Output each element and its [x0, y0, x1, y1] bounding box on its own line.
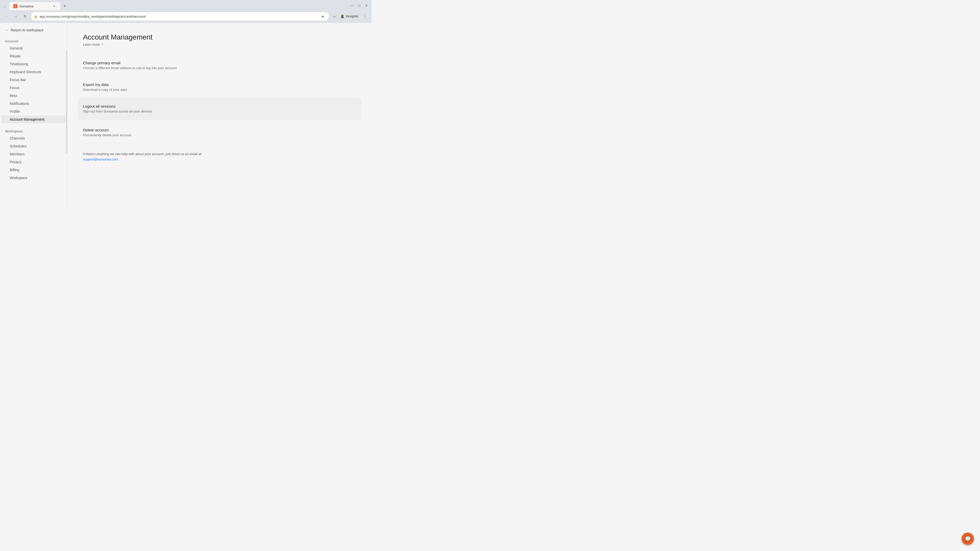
sidebar-item-beta[interactable]: Beta — [2, 92, 66, 100]
sidebar-item-focus-bar[interactable]: Focus Bar — [2, 76, 66, 84]
export-data-desc: Download a copy of your data — [83, 88, 356, 92]
logout-sessions-title: Logout all sessions — [83, 104, 356, 108]
export-data-title: Export my data — [83, 83, 356, 87]
reload-button[interactable]: ↻ — [21, 13, 29, 20]
sidebar-scrollbar — [66, 51, 67, 153]
browser-chrome: ⌄ S Sunsama ✕ + — ◻ ✕ ← → ↻ 🔒 app.sunsam… — [0, 0, 372, 23]
account-section-label: Account — [0, 37, 67, 44]
change-email-desc: Choose a different email address to use … — [83, 66, 356, 70]
help-text: If there's anything we can help with abo… — [83, 151, 356, 162]
sidebar-item-timeboxing[interactable]: Timeboxing — [2, 60, 66, 68]
export-data-row: Export my data Download a copy of your d… — [83, 76, 356, 98]
return-label: Return to workspace — [11, 28, 43, 32]
sidebar-item-profile[interactable]: Profile — [2, 108, 66, 115]
incognito-icon: 🥷 — [340, 14, 344, 18]
restore-button[interactable]: ◻ — [356, 3, 363, 9]
sidebar: ← Return to workspace Account General Ri… — [0, 23, 68, 208]
learn-more-link[interactable]: Learn more ↗︎ — [83, 43, 103, 46]
support-email-link[interactable]: support@sunsama.com — [83, 157, 118, 161]
active-tab[interactable]: S Sunsama ✕ — [9, 2, 60, 10]
page-content: ← Return to workspace Account General Ri… — [0, 23, 372, 208]
sidebar-item-members[interactable]: Members — [2, 150, 66, 158]
sidebar-item-account-management[interactable]: Account Management — [2, 116, 66, 123]
help-text-prefix: If there's anything we can help with abo… — [83, 152, 201, 156]
external-link-icon: ↗︎ — [101, 43, 103, 46]
tab-bar: ⌄ S Sunsama ✕ + — ◻ ✕ — [0, 0, 372, 10]
tab-close-button[interactable]: ✕ — [52, 4, 56, 8]
change-email-title: Change primary email — [83, 61, 356, 65]
incognito-indicator: 🥷 Incognito — [339, 14, 360, 18]
browser-more-button[interactable]: ⋮ — [361, 13, 369, 20]
sidebar-item-keyboard-shortcuts[interactable]: Keyboard Shortcuts — [2, 68, 66, 76]
url-text: app.sunsama.com/group/moodjoy_workspace/… — [40, 14, 318, 18]
page-title: Account Management — [83, 33, 356, 41]
tab-list-button[interactable]: ⌄ — [2, 3, 7, 9]
delete-account-desc: Permanently delete your account — [83, 133, 356, 137]
workspace-section-label: Workspace — [0, 127, 67, 134]
window-controls: — ◻ ✕ — [349, 3, 369, 10]
forward-button[interactable]: → — [12, 13, 19, 20]
logout-sessions-desc: Sign out from Sunsama across all your de… — [83, 110, 356, 113]
sidebar-item-general[interactable]: General — [2, 44, 66, 52]
address-bar-row: ← → ↻ 🔒 app.sunsama.com/group/moodjoy_wo… — [0, 10, 372, 23]
minimize-button[interactable]: — — [349, 3, 355, 9]
close-button[interactable]: ✕ — [363, 3, 369, 9]
delete-account-row: Delete account Permanently delete your a… — [83, 122, 356, 143]
delete-account-title: Delete account — [83, 128, 356, 132]
help-text-suffix: . — [118, 157, 119, 161]
learn-more-label: Learn more — [83, 43, 100, 46]
logout-sessions-row[interactable]: Logout all sessions Sign out from Sunsam… — [78, 98, 361, 120]
sidebar-item-workspace[interactable]: Workspace — [2, 174, 66, 182]
new-tab-button[interactable]: + — [61, 3, 68, 10]
return-to-workspace-link[interactable]: ← Return to workspace — [0, 23, 67, 37]
address-bar[interactable]: 🔒 app.sunsama.com/group/moodjoy_workspac… — [30, 12, 329, 21]
tab-title: Sunsama — [19, 4, 33, 8]
sidebar-item-focus[interactable]: Focus — [2, 84, 66, 92]
sidebar-item-rituals[interactable]: Rituals — [2, 52, 66, 60]
back-arrow-icon: ← — [5, 28, 9, 32]
tab-left-controls: ⌄ — [2, 3, 7, 9]
sidebar-item-schedules[interactable]: Schedules — [2, 142, 66, 150]
secure-icon: 🔒 — [34, 15, 38, 18]
tab-favicon: S — [13, 4, 18, 8]
back-button[interactable]: ← — [3, 13, 10, 20]
bookmark-button[interactable]: ★ — [320, 13, 326, 19]
sidebar-item-privacy[interactable]: Privacy — [2, 158, 66, 166]
sidebar-item-notifications[interactable]: Notifications — [2, 100, 66, 107]
incognito-label: Incognito — [346, 14, 358, 18]
sidebar-item-billing[interactable]: Billing — [2, 166, 66, 174]
sidebar-item-channels[interactable]: Channels — [2, 135, 66, 142]
main-content: Account Management Learn more ↗︎ Change … — [68, 23, 372, 208]
split-view-button[interactable]: ▭ — [331, 13, 337, 19]
address-bar-actions: ★ — [320, 13, 326, 19]
change-email-row: Change primary email Choose a different … — [83, 55, 356, 76]
